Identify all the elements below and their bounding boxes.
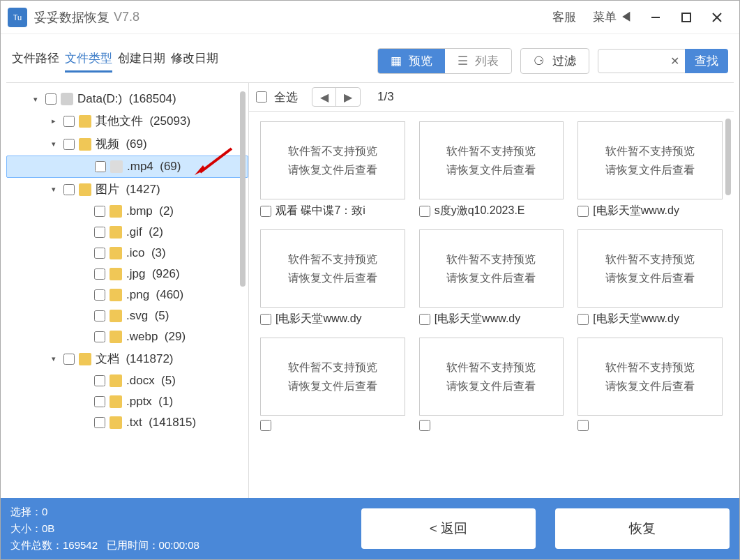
chevron-right-icon[interactable]: ▸: [48, 116, 59, 126]
tree-checkbox[interactable]: [94, 289, 105, 301]
clear-search-icon[interactable]: ✕: [670, 54, 679, 68]
tree-checkbox[interactable]: [63, 139, 75, 150]
tree-node-pptx[interactable]: .pptx (1): [6, 391, 248, 412]
file-checkbox[interactable]: [577, 206, 589, 217]
file-name: [电影天堂www.dy: [593, 204, 679, 218]
viewmode-list[interactable]: ☰列表: [445, 49, 511, 73]
back-button[interactable]: < 返回: [361, 508, 536, 549]
list-icon: ☰: [458, 54, 468, 68]
tree-checkbox[interactable]: [45, 93, 56, 105]
folder-icon: [110, 268, 122, 280]
tree-node-drive[interactable]: ▾Data(D:) (168504): [6, 89, 248, 109]
tree-node-png[interactable]: .png (460): [6, 285, 248, 305]
preview-scrollbar[interactable]: [725, 119, 731, 195]
search-button[interactable]: 查找: [685, 49, 728, 73]
tree-node-docx[interactable]: .docx (5): [6, 370, 248, 391]
thumbnail-card[interactable]: 软件暂不支持预览请恢复文件后查看[电影天堂www.dy: [419, 229, 564, 326]
tree-checkbox[interactable]: [94, 375, 105, 386]
search-group: ✕ 查找: [598, 49, 728, 73]
chevron-down-icon[interactable]: ▾: [30, 95, 41, 104]
file-name: [电影天堂www.dy: [593, 312, 679, 326]
folder-icon: [79, 353, 91, 365]
thumbnail-card[interactable]: 软件暂不支持预览请恢复文件后查看: [577, 338, 723, 431]
tree-checkbox[interactable]: [95, 161, 106, 172]
tree-checkbox[interactable]: [94, 310, 105, 321]
chevron-down-icon[interactable]: ▾: [48, 185, 59, 194]
svg-rect-1: [682, 13, 690, 22]
chevron-down-icon[interactable]: ▾: [48, 139, 59, 149]
tree-node-document[interactable]: ▾文档 (141872): [6, 347, 248, 370]
file-checkbox[interactable]: [419, 420, 430, 431]
tab-file-type[interactable]: 文件类型: [65, 50, 112, 73]
maximize-button[interactable]: [671, 3, 702, 31]
tree-node-ico[interactable]: .ico (3): [6, 243, 248, 264]
file-checkbox[interactable]: [260, 420, 271, 431]
file-type-tree: ▾Data(D:) (168504) ▸其他文件 (25093) ▾视频 (69…: [6, 83, 248, 498]
tree-checkbox[interactable]: [94, 206, 105, 217]
preview-header: 全选 ◀ ▶ 1/3: [249, 83, 734, 112]
recover-button[interactable]: 恢复: [555, 508, 730, 549]
prev-page-button[interactable]: ◀: [312, 88, 336, 106]
app-title: 妥妥数据恢复: [34, 9, 110, 26]
thumbnail-card[interactable]: 软件暂不支持预览请恢复文件后查看[电影天堂www.dy: [260, 229, 405, 326]
menu-link[interactable]: 菜单 ◀: [593, 9, 632, 25]
tab-modified-date[interactable]: 修改日期: [171, 50, 218, 73]
viewmode-preview[interactable]: ▦预览: [378, 49, 445, 73]
folder-icon: [110, 416, 122, 429]
tree-node-other[interactable]: ▸其他文件 (25093): [6, 109, 248, 133]
folder-icon: [110, 395, 122, 408]
thumbnail-card[interactable]: 软件暂不支持预览请恢复文件后查看[电影天堂www.dy: [577, 121, 723, 218]
tree-node-txt[interactable]: .txt (141815): [6, 412, 248, 433]
tree-checkbox[interactable]: [63, 354, 75, 365]
next-page-button[interactable]: ▶: [336, 88, 360, 106]
thumbnail-card[interactable]: 软件暂不支持预览请恢复文件后查看: [419, 338, 564, 431]
file-checkbox[interactable]: [577, 420, 589, 431]
tree-node-gif[interactable]: .gif (2): [6, 222, 248, 243]
select-all-checkbox[interactable]: [256, 91, 267, 103]
file-checkbox[interactable]: [577, 314, 589, 325]
tree-checkbox[interactable]: [63, 116, 75, 127]
chevron-down-icon[interactable]: ▾: [48, 354, 59, 363]
page-nav: ◀ ▶: [312, 87, 361, 107]
file-checkbox[interactable]: [419, 206, 430, 217]
tree-checkbox[interactable]: [63, 184, 75, 195]
tree-checkbox[interactable]: [94, 227, 105, 238]
folder-icon: [110, 310, 122, 322]
tree-checkbox[interactable]: [94, 396, 105, 407]
thumbnail-card[interactable]: 软件暂不支持预览请恢复文件后查看[电影天堂www.dy: [577, 229, 723, 326]
tree-checkbox[interactable]: [94, 248, 105, 259]
content-area: ▾Data(D:) (168504) ▸其他文件 (25093) ▾视频 (69…: [6, 82, 734, 498]
close-button[interactable]: [702, 3, 732, 31]
file-checkbox[interactable]: [260, 206, 271, 217]
tree-checkbox[interactable]: [94, 268, 105, 280]
tree-node-webp[interactable]: .webp (29): [6, 326, 248, 347]
tab-file-path[interactable]: 文件路径: [12, 50, 59, 73]
tree-node-mp4[interactable]: .mp4 (69): [6, 156, 248, 178]
thumbnail-card[interactable]: 软件暂不支持预览请恢复文件后查看: [260, 338, 405, 431]
minimize-button[interactable]: [640, 3, 671, 31]
tree-checkbox[interactable]: [94, 331, 105, 342]
funnel-icon: ⚆: [534, 54, 544, 68]
folder-icon: [79, 138, 91, 151]
tree-node-image[interactable]: ▾图片 (1427): [6, 178, 248, 201]
page-indicator: 1/3: [377, 90, 394, 104]
tree-node-jpg[interactable]: .jpg (926): [6, 264, 248, 285]
file-name: [电影天堂www.dy: [435, 312, 521, 326]
thumbnail-card[interactable]: 软件暂不支持预览请恢复文件后查看s度y激q10.2023.E: [419, 121, 564, 218]
tree-scrollbar[interactable]: [240, 91, 246, 287]
status-text: 选择：0 大小：0B 文件总数：169542 已用时间：00:00:08: [10, 504, 199, 554]
file-name: s度y激q10.2023.E: [435, 204, 525, 218]
file-checkbox[interactable]: [260, 314, 271, 325]
filter-tabs: 文件路径 文件类型 创建日期 修改日期: [12, 50, 218, 73]
file-checkbox[interactable]: [419, 314, 430, 325]
tree-node-bmp[interactable]: .bmp (2): [6, 201, 248, 222]
tab-created-date[interactable]: 创建日期: [118, 50, 165, 73]
thumbnail-card[interactable]: 软件暂不支持预览请恢复文件后查看观看 碟中谍7：致i: [260, 121, 405, 218]
tree-checkbox[interactable]: [94, 417, 105, 428]
filter-button[interactable]: ⚆过滤: [520, 48, 589, 74]
support-link[interactable]: 客服: [552, 9, 576, 25]
tree-node-video[interactable]: ▾视频 (69): [6, 133, 248, 156]
thumbnail-grid: 软件暂不支持预览请恢复文件后查看观看 碟中谍7：致i 软件暂不支持预览请恢复文件…: [249, 112, 734, 441]
tree-node-svg[interactable]: .svg (5): [6, 305, 248, 326]
file-name: 观看 碟中谍7：致i: [275, 204, 365, 218]
